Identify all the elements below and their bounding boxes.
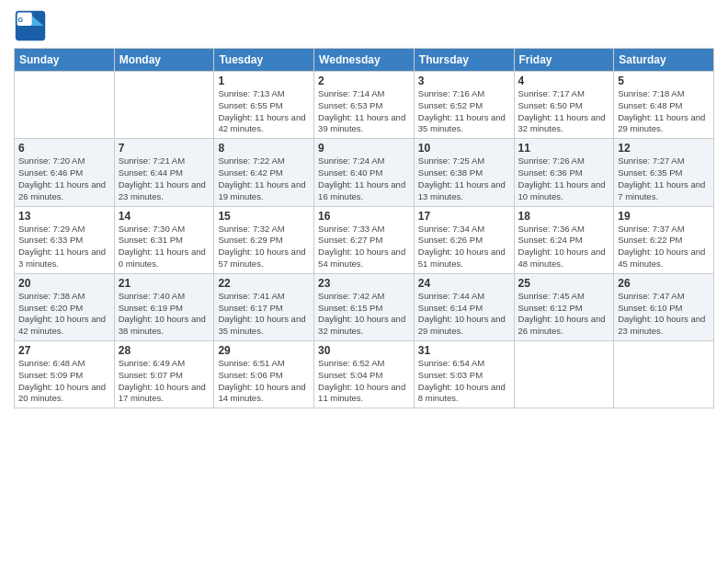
day-number: 3	[418, 75, 510, 87]
calendar-cell: 16Sunrise: 7:33 AM Sunset: 6:27 PM Dayli…	[314, 206, 415, 273]
week-row-1: 1Sunrise: 7:13 AM Sunset: 6:55 PM Daylig…	[15, 72, 714, 139]
calendar-cell	[514, 341, 614, 408]
page-header: G	[14, 9, 714, 42]
day-info: Sunrise: 7:41 AM Sunset: 6:17 PM Dayligh…	[218, 291, 310, 338]
weekday-header-friday: Friday	[514, 49, 614, 72]
day-number: 1	[218, 75, 310, 87]
week-row-5: 27Sunrise: 6:48 AM Sunset: 5:09 PM Dayli…	[15, 341, 714, 408]
week-row-3: 13Sunrise: 7:29 AM Sunset: 6:33 PM Dayli…	[15, 206, 714, 273]
day-info: Sunrise: 7:27 AM Sunset: 6:35 PM Dayligh…	[618, 155, 710, 202]
day-info: Sunrise: 7:33 AM Sunset: 6:27 PM Dayligh…	[318, 224, 410, 270]
calendar-cell: 13Sunrise: 7:29 AM Sunset: 6:33 PM Dayli…	[15, 206, 115, 273]
day-number: 2	[318, 75, 410, 87]
calendar-cell: 18Sunrise: 7:36 AM Sunset: 6:24 PM Dayli…	[514, 206, 614, 273]
calendar-cell: 22Sunrise: 7:41 AM Sunset: 6:17 PM Dayli…	[214, 273, 314, 340]
calendar-cell: 25Sunrise: 7:45 AM Sunset: 6:12 PM Dayli…	[514, 273, 614, 340]
day-info: Sunrise: 6:52 AM Sunset: 5:04 PM Dayligh…	[318, 358, 410, 405]
day-info: Sunrise: 7:18 AM Sunset: 6:48 PM Dayligh…	[618, 88, 710, 135]
calendar-cell: 19Sunrise: 7:37 AM Sunset: 6:22 PM Dayli…	[614, 206, 714, 273]
day-number: 16	[318, 210, 410, 223]
weekday-header-tuesday: Tuesday	[214, 49, 314, 72]
day-number: 23	[318, 277, 410, 290]
svg-text:G: G	[18, 16, 24, 24]
day-number: 8	[218, 142, 310, 155]
calendar-cell: 27Sunrise: 6:48 AM Sunset: 5:09 PM Dayli…	[15, 341, 115, 408]
day-number: 20	[18, 277, 110, 290]
calendar-cell: 23Sunrise: 7:42 AM Sunset: 6:15 PM Dayli…	[314, 273, 415, 340]
weekday-header-wednesday: Wednesday	[314, 49, 415, 72]
day-number: 27	[18, 344, 110, 357]
day-info: Sunrise: 7:13 AM Sunset: 6:55 PM Dayligh…	[218, 88, 310, 135]
day-info: Sunrise: 7:37 AM Sunset: 6:22 PM Dayligh…	[618, 224, 710, 270]
calendar-cell: 7Sunrise: 7:21 AM Sunset: 6:44 PM Daylig…	[114, 139, 214, 206]
calendar-cell: 17Sunrise: 7:34 AM Sunset: 6:26 PM Dayli…	[414, 206, 514, 273]
calendar-cell: 15Sunrise: 7:32 AM Sunset: 6:29 PM Dayli…	[214, 206, 314, 273]
calendar-cell: 24Sunrise: 7:44 AM Sunset: 6:14 PM Dayli…	[414, 273, 514, 340]
day-info: Sunrise: 6:49 AM Sunset: 5:07 PM Dayligh…	[119, 358, 210, 405]
day-info: Sunrise: 7:30 AM Sunset: 6:31 PM Dayligh…	[119, 224, 210, 270]
calendar-cell: 2Sunrise: 7:14 AM Sunset: 6:53 PM Daylig…	[314, 72, 415, 139]
weekday-header-thursday: Thursday	[414, 49, 514, 72]
week-row-4: 20Sunrise: 7:38 AM Sunset: 6:20 PM Dayli…	[15, 273, 714, 340]
day-info: Sunrise: 7:40 AM Sunset: 6:19 PM Dayligh…	[119, 291, 210, 338]
day-info: Sunrise: 7:44 AM Sunset: 6:14 PM Dayligh…	[418, 291, 510, 338]
calendar-cell: 9Sunrise: 7:24 AM Sunset: 6:40 PM Daylig…	[314, 139, 415, 206]
calendar-cell: 11Sunrise: 7:26 AM Sunset: 6:36 PM Dayli…	[514, 139, 614, 206]
weekday-header-saturday: Saturday	[614, 49, 714, 72]
logo: G	[14, 9, 51, 42]
logo-icon: G	[14, 9, 47, 42]
day-number: 14	[119, 210, 210, 223]
day-info: Sunrise: 6:51 AM Sunset: 5:06 PM Dayligh…	[218, 358, 310, 405]
day-info: Sunrise: 7:34 AM Sunset: 6:26 PM Dayligh…	[418, 224, 510, 270]
calendar-cell: 30Sunrise: 6:52 AM Sunset: 5:04 PM Dayli…	[314, 341, 415, 408]
calendar-cell	[614, 341, 714, 408]
weekday-header-sunday: Sunday	[15, 49, 115, 72]
calendar-cell: 20Sunrise: 7:38 AM Sunset: 6:20 PM Dayli…	[15, 273, 115, 340]
day-info: Sunrise: 7:24 AM Sunset: 6:40 PM Dayligh…	[318, 155, 410, 202]
calendar-cell: 3Sunrise: 7:16 AM Sunset: 6:52 PM Daylig…	[414, 72, 514, 139]
calendar-cell	[15, 72, 115, 139]
day-number: 22	[218, 277, 310, 290]
calendar-cell: 5Sunrise: 7:18 AM Sunset: 6:48 PM Daylig…	[614, 72, 714, 139]
day-info: Sunrise: 7:14 AM Sunset: 6:53 PM Dayligh…	[318, 88, 410, 135]
calendar-cell: 4Sunrise: 7:17 AM Sunset: 6:50 PM Daylig…	[514, 72, 614, 139]
day-number: 11	[518, 142, 610, 155]
calendar-cell: 10Sunrise: 7:25 AM Sunset: 6:38 PM Dayli…	[414, 139, 514, 206]
day-number: 13	[18, 210, 110, 223]
calendar-cell: 14Sunrise: 7:30 AM Sunset: 6:31 PM Dayli…	[114, 206, 214, 273]
day-info: Sunrise: 7:16 AM Sunset: 6:52 PM Dayligh…	[418, 88, 510, 135]
day-number: 28	[119, 344, 210, 357]
day-number: 29	[218, 344, 310, 357]
day-info: Sunrise: 7:26 AM Sunset: 6:36 PM Dayligh…	[518, 155, 610, 202]
calendar-cell: 12Sunrise: 7:27 AM Sunset: 6:35 PM Dayli…	[614, 139, 714, 206]
calendar-cell	[114, 72, 214, 139]
day-number: 19	[618, 210, 710, 223]
day-info: Sunrise: 7:17 AM Sunset: 6:50 PM Dayligh…	[518, 88, 610, 135]
day-info: Sunrise: 7:36 AM Sunset: 6:24 PM Dayligh…	[518, 224, 610, 270]
day-number: 30	[318, 344, 410, 357]
weekday-header-row: SundayMondayTuesdayWednesdayThursdayFrid…	[15, 49, 714, 72]
day-number: 4	[518, 75, 610, 87]
calendar-cell: 29Sunrise: 6:51 AM Sunset: 5:06 PM Dayli…	[214, 341, 314, 408]
day-info: Sunrise: 7:25 AM Sunset: 6:38 PM Dayligh…	[418, 155, 510, 202]
day-number: 31	[418, 344, 510, 357]
day-info: Sunrise: 7:32 AM Sunset: 6:29 PM Dayligh…	[218, 224, 310, 270]
calendar-cell: 1Sunrise: 7:13 AM Sunset: 6:55 PM Daylig…	[214, 72, 314, 139]
day-number: 7	[119, 142, 210, 155]
day-info: Sunrise: 7:22 AM Sunset: 6:42 PM Dayligh…	[218, 155, 310, 202]
day-info: Sunrise: 7:21 AM Sunset: 6:44 PM Dayligh…	[119, 155, 210, 202]
day-number: 12	[618, 142, 710, 155]
weekday-header-monday: Monday	[114, 49, 214, 72]
calendar-cell: 26Sunrise: 7:47 AM Sunset: 6:10 PM Dayli…	[614, 273, 714, 340]
calendar-table: SundayMondayTuesdayWednesdayThursdayFrid…	[14, 48, 714, 408]
calendar-cell: 31Sunrise: 6:54 AM Sunset: 5:03 PM Dayli…	[414, 341, 514, 408]
day-number: 24	[418, 277, 510, 290]
day-number: 21	[119, 277, 210, 290]
week-row-2: 6Sunrise: 7:20 AM Sunset: 6:46 PM Daylig…	[15, 139, 714, 206]
day-info: Sunrise: 7:45 AM Sunset: 6:12 PM Dayligh…	[518, 291, 610, 338]
calendar-cell: 21Sunrise: 7:40 AM Sunset: 6:19 PM Dayli…	[114, 273, 214, 340]
day-number: 5	[618, 75, 710, 87]
day-number: 18	[518, 210, 610, 223]
day-number: 25	[518, 277, 610, 290]
calendar-cell: 28Sunrise: 6:49 AM Sunset: 5:07 PM Dayli…	[114, 341, 214, 408]
